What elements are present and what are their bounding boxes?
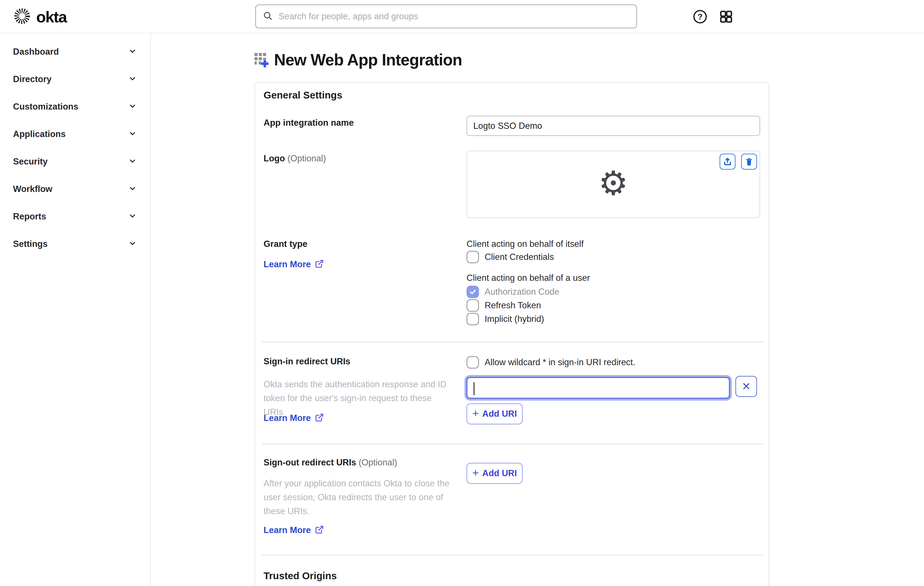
- signin-uri-input[interactable]: [467, 377, 730, 399]
- general-settings-card: General Settings App integration name Lo…: [254, 82, 769, 586]
- chevron-down-icon: [128, 239, 137, 249]
- chevron-down-icon: [128, 74, 137, 84]
- sidebar: Dashboard Directory Customizations Appli…: [0, 33, 151, 586]
- chevron-down-icon: [128, 184, 137, 194]
- sidebar-item-label: Security: [13, 157, 48, 167]
- sidebar-item-label: Workflow: [13, 184, 52, 194]
- signin-learn-more-link[interactable]: Learn More: [264, 413, 324, 423]
- grant-learn-more-link[interactable]: Learn More: [264, 259, 324, 269]
- sidebar-item-dashboard[interactable]: Dashboard: [0, 38, 150, 65]
- upload-logo-button[interactable]: [719, 154, 736, 170]
- plus-icon: +: [472, 408, 479, 419]
- sidebar-item-security[interactable]: Security: [0, 148, 150, 175]
- sidebar-item-workflow[interactable]: Workflow: [0, 175, 150, 203]
- trusted-origins-heading: Trusted Origins: [264, 570, 337, 581]
- svg-text:?: ?: [698, 12, 703, 21]
- apps-grid-button[interactable]: [718, 8, 734, 25]
- sidebar-item-label: Customizations: [13, 102, 78, 112]
- external-link-icon: [315, 413, 324, 423]
- grant-self-heading: Client acting on behalf of itself: [467, 239, 584, 249]
- sidebar-item-customizations[interactable]: Customizations: [0, 93, 150, 121]
- app-name-input[interactable]: [467, 116, 760, 136]
- chevron-down-icon: [128, 212, 137, 221]
- page-title: New Web App Integration: [254, 50, 462, 69]
- signin-uris-label: Sign-in redirect URIs: [264, 357, 350, 366]
- sidebar-item-directory[interactable]: Directory: [0, 65, 150, 93]
- okta-logo[interactable]: okta: [13, 0, 66, 33]
- external-link-icon: [315, 259, 324, 269]
- authorization-code-checkbox[interactable]: [467, 286, 479, 298]
- plus-icon: +: [472, 467, 479, 479]
- signin-uris-description: Okta sends the authentication response a…: [264, 377, 450, 419]
- signout-add-uri-button[interactable]: + Add URI: [467, 463, 523, 484]
- external-link-icon: [315, 525, 324, 535]
- chevron-down-icon: [128, 157, 137, 167]
- sidebar-item-label: Settings: [13, 239, 48, 249]
- logo-preview: ⚙: [467, 150, 760, 218]
- grant-option-authorization-code: Authorization Code: [467, 286, 559, 298]
- top-bar: okta ?: [0, 0, 924, 33]
- signout-learn-more-link[interactable]: Learn More: [264, 525, 324, 535]
- implicit-hybrid-checkbox[interactable]: [467, 313, 479, 325]
- help-button[interactable]: ?: [692, 8, 708, 25]
- general-settings-heading: General Settings: [264, 89, 342, 101]
- wildcard-option: Allow wildcard * in sign-in URI redirect…: [467, 356, 635, 368]
- search-bar[interactable]: [255, 5, 637, 28]
- sidebar-item-label: Reports: [13, 211, 46, 222]
- text-cursor: [474, 382, 474, 395]
- sidebar-item-reports[interactable]: Reports: [0, 203, 150, 230]
- section-divider: [262, 444, 764, 444]
- app-grid-plus-icon: [254, 51, 269, 69]
- signout-uris-label: Sign-out redirect URIs (Optional): [264, 457, 397, 468]
- remove-uri-button[interactable]: ✕: [736, 376, 757, 397]
- sidebar-item-label: Applications: [13, 129, 66, 139]
- okta-wordmark: okta: [36, 8, 66, 26]
- logo-optional-tag: (Optional): [287, 154, 326, 163]
- app-name-label: App integration name: [264, 118, 354, 128]
- grant-option-implicit-hybrid: Implicit (hybrid): [467, 313, 544, 325]
- chevron-down-icon: [128, 102, 137, 112]
- refresh-token-checkbox[interactable]: [467, 299, 479, 312]
- signout-uris-description: After your application contacts Okta to …: [264, 477, 450, 518]
- chevron-down-icon: [128, 47, 137, 57]
- delete-logo-button[interactable]: [741, 154, 757, 170]
- grant-option-client-credentials: Client Credentials: [467, 251, 554, 263]
- client-credentials-checkbox[interactable]: [467, 251, 479, 263]
- section-divider: [262, 555, 764, 555]
- wildcard-checkbox[interactable]: [467, 356, 479, 368]
- sidebar-item-applications[interactable]: Applications: [0, 121, 150, 148]
- logo-label: Logo (Optional): [264, 154, 326, 163]
- section-divider: [262, 342, 764, 342]
- sidebar-item-label: Dashboard: [13, 47, 59, 57]
- signout-optional-tag: (Optional): [359, 457, 397, 467]
- sidebar-item-label: Directory: [13, 74, 51, 84]
- okta-sunburst-icon: [13, 7, 31, 26]
- gear-logo-placeholder-icon: ⚙: [599, 167, 629, 200]
- grant-type-label: Grant type: [264, 239, 307, 249]
- search-icon: [263, 11, 273, 22]
- chevron-down-icon: [128, 129, 137, 139]
- signin-add-uri-button[interactable]: + Add URI: [467, 403, 523, 424]
- grant-user-heading: Client acting on behalf of a user: [467, 273, 590, 283]
- sidebar-item-settings[interactable]: Settings: [0, 230, 150, 258]
- search-input[interactable]: [279, 12, 630, 21]
- grant-option-refresh-token: Refresh Token: [467, 299, 541, 312]
